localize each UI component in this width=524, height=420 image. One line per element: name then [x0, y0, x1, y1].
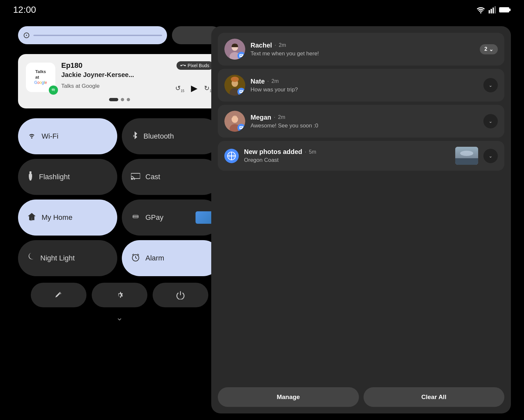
- battery-status-icon: [499, 6, 511, 13]
- svg-rect-9: [29, 171, 31, 174]
- notification-content-photos: New photos added · 5m Oregon Coast: [244, 148, 450, 163]
- cast-toggle[interactable]: Cast: [122, 159, 221, 195]
- spacer: [218, 174, 504, 381]
- svg-rect-36: [240, 128, 242, 128]
- edit-button[interactable]: [31, 283, 86, 307]
- notification-photos[interactable]: New photos added · 5m Oregon Coast: [218, 141, 504, 171]
- collapse-chevron[interactable]: ⌄: [18, 313, 221, 323]
- left-panel: ⊙ Talksat Google: [18, 26, 221, 413]
- avatar-nate: [224, 75, 245, 96]
- edit-icon: [54, 291, 63, 299]
- expand-photos[interactable]: ⌄: [483, 149, 498, 163]
- brightness-slider[interactable]: ⊙: [18, 26, 167, 44]
- notif-dot-megan: ·: [274, 114, 275, 120]
- power-button[interactable]: [153, 283, 208, 307]
- svg-rect-5: [509, 9, 511, 11]
- notif-time-photos: 5m: [309, 149, 316, 155]
- brightness-row: ⊙: [18, 26, 221, 44]
- wifi-toggle[interactable]: Wi-Fi: [18, 118, 117, 154]
- svg-rect-12: [131, 173, 140, 179]
- flashlight-label: Flashlight: [39, 173, 70, 181]
- brightness-track: [33, 35, 162, 36]
- play-button[interactable]: ▶: [191, 83, 197, 93]
- svg-rect-29: [240, 91, 243, 91]
- chevron-down-icon: ⌄: [116, 313, 123, 323]
- notif-name-rachel: Rachel: [251, 42, 272, 49]
- svg-rect-0: [489, 10, 490, 13]
- status-icons: [476, 6, 511, 13]
- clear-all-button[interactable]: Clear All: [364, 387, 505, 407]
- message-badge-nate: [237, 88, 245, 96]
- svg-rect-2: [493, 8, 494, 13]
- notif-message-photos: Oregon Coast: [244, 157, 450, 163]
- notif-header-photos: New photos added · 5m: [244, 148, 450, 156]
- svg-rect-14: [133, 216, 138, 217]
- flashlight-toggle[interactable]: Flashlight: [18, 159, 117, 195]
- svg-point-7: [180, 65, 182, 66]
- expand-megan[interactable]: ⌄: [483, 114, 498, 128]
- svg-rect-3: [495, 6, 496, 13]
- svg-point-27: [231, 77, 239, 82]
- notification-nate[interactable]: Nate · 2m How was your trip? ⌄: [218, 69, 504, 102]
- cast-icon: [131, 172, 140, 182]
- bluetooth-icon: [131, 131, 138, 142]
- wifi-status-icon: [476, 6, 485, 13]
- signal-status-icon: [489, 6, 496, 13]
- media-dot-2: [121, 98, 124, 101]
- notif-count-rachel[interactable]: 2 ⌄: [480, 44, 498, 54]
- power-icon: [176, 291, 185, 299]
- svg-rect-40: [455, 158, 478, 165]
- notifications-panel: Rachel · 2m Text me when you get here! 2…: [211, 26, 511, 413]
- notif-name-megan: Megan: [251, 114, 271, 121]
- avatar-rachel: [224, 39, 245, 60]
- notif-time-megan: 2m: [278, 114, 285, 120]
- cast-label: Cast: [145, 173, 160, 181]
- photos-app-icon: [224, 149, 239, 163]
- google-text: Google: [34, 80, 47, 86]
- notif-time-rachel: ·: [275, 42, 276, 48]
- myhome-toggle[interactable]: My Home: [18, 200, 117, 236]
- wifi-label: Wi-Fi: [42, 132, 58, 141]
- svg-rect-4: [499, 7, 509, 12]
- notification-rachel[interactable]: Rachel · 2m Text me when you get here! 2…: [218, 33, 504, 66]
- media-dot-3: [127, 98, 130, 101]
- bluetooth-toggle[interactable]: Bluetooth: [122, 118, 221, 154]
- bluetooth-label: Bluetooth: [143, 132, 174, 141]
- moon-icon: [27, 253, 35, 264]
- notification-content-rachel: Rachel · 2m Text me when you get here!: [251, 42, 475, 57]
- toggle-grid: Wi-Fi Bluetooth Flashlight: [18, 118, 221, 276]
- svg-rect-30: [240, 92, 242, 92]
- expand-nate[interactable]: ⌄: [483, 78, 498, 92]
- gpay-toggle[interactable]: GPay: [122, 200, 221, 236]
- myhome-label: My Home: [42, 213, 72, 222]
- manage-button[interactable]: Manage: [218, 387, 359, 407]
- svg-point-13: [131, 179, 132, 180]
- svg-rect-23: [240, 56, 242, 56]
- spotify-badge: [49, 86, 58, 95]
- media-card[interactable]: Talksat Google Ep180: [18, 54, 221, 108]
- svg-point-8: [184, 65, 186, 66]
- notif-header-rachel: Rachel · 2m: [251, 42, 475, 49]
- alarm-toggle[interactable]: Alarm: [122, 240, 221, 276]
- notification-content-nate: Nate · 2m How was your trip?: [251, 78, 478, 93]
- media-episode: Ep180: [61, 61, 83, 70]
- notif-message-megan: Awesome! See you soon :0: [251, 123, 478, 129]
- notif-header-megan: Megan · 2m: [251, 114, 478, 121]
- notif-dot-nate: ·: [267, 78, 269, 84]
- media-info-top: Ep180 Pixel Buds: [61, 61, 213, 70]
- media-dot-1: [109, 98, 118, 101]
- bottom-toolbar: [18, 283, 221, 307]
- nightlight-label: Night Light: [40, 254, 75, 262]
- wifi-icon: [27, 131, 36, 142]
- notif-time-rachel-val: 2m: [279, 42, 286, 48]
- media-app-icon: Talksat Google: [26, 63, 55, 92]
- notification-megan[interactable]: Megan · 2m Awesome! See you soon :0 ⌄: [218, 105, 504, 138]
- svg-point-39: [460, 151, 473, 156]
- photo-thumbnail: [455, 147, 478, 165]
- message-badge-rachel: [237, 52, 245, 60]
- nightlight-toggle[interactable]: Night Light: [18, 240, 117, 276]
- media-dots: [26, 98, 213, 101]
- settings-button[interactable]: [92, 283, 147, 307]
- rewind-button[interactable]: ↺15: [175, 84, 184, 93]
- notif-count-value: 2: [484, 46, 487, 52]
